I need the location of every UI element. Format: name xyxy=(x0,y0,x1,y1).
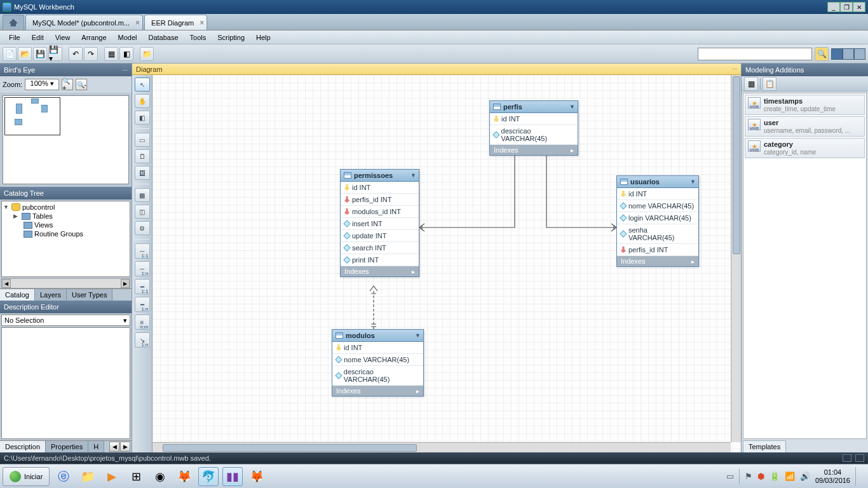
open-file-button[interactable]: 📂 xyxy=(18,47,32,61)
column-row[interactable]: nome VARCHAR(45) xyxy=(617,200,698,212)
align-button[interactable]: ◧ xyxy=(119,47,133,61)
tree-schema[interactable]: ▼pubcontrol xyxy=(3,203,128,212)
menu-file[interactable]: File xyxy=(4,32,25,43)
taskbar-visual-studio[interactable]: ▮▮ xyxy=(222,467,243,486)
addition-item-category[interactable]: ★ categorycategory_id, name xyxy=(745,138,865,158)
relation-1-n-nonid-tool[interactable]: ─1:n xyxy=(135,261,150,276)
tab-nav-right[interactable]: ▶ xyxy=(120,442,130,452)
column-row[interactable]: modulos_id INT xyxy=(341,206,419,218)
canvas[interactable]: perfis▼ id INT descricao VARCHAR(45) Ind… xyxy=(153,75,741,452)
menu-database[interactable]: Database xyxy=(143,32,183,43)
menu-arrange[interactable]: Arrange xyxy=(76,32,111,43)
close-icon[interactable]: × xyxy=(200,18,204,27)
tray-network-icon[interactable]: 📶 xyxy=(785,471,795,481)
tray-flag-icon[interactable]: ⚑ xyxy=(745,471,752,481)
tab-user-types[interactable]: User Types xyxy=(67,289,112,301)
taskbar-chrome[interactable]: ◉ xyxy=(150,467,170,486)
start-button[interactable]: Iniciar xyxy=(3,467,50,486)
column-row[interactable]: id INT xyxy=(341,182,419,194)
column-row[interactable]: descricao VARCHAR(45) xyxy=(490,125,578,145)
tray-clock[interactable]: 01:04 09/03/2016 xyxy=(815,468,850,484)
column-row[interactable]: login VARCHAR(45) xyxy=(617,212,698,224)
taskbar-firefox-1[interactable]: 🦊 xyxy=(174,467,194,486)
entity-perfis[interactable]: perfis▼ id INT descricao VARCHAR(45) Ind… xyxy=(489,100,578,156)
table-tool[interactable]: ▦ xyxy=(135,188,150,202)
taskbar-mysql-workbench[interactable]: 🐬 xyxy=(198,467,219,486)
mode-button-3[interactable] xyxy=(854,48,865,60)
chevron-down-icon[interactable]: ▼ xyxy=(569,104,575,110)
description-target-select[interactable]: No Selection ▾ xyxy=(1,315,130,326)
tab-nav-left[interactable]: ◀ xyxy=(109,442,119,452)
tree-views[interactable]: Views xyxy=(3,220,128,229)
search-button[interactable]: 🔍 xyxy=(815,47,829,61)
taskbar-apps[interactable]: ⊞ xyxy=(126,467,146,486)
column-row[interactable]: senha VARCHAR(45) xyxy=(617,224,698,244)
tab-templates[interactable]: Templates xyxy=(743,440,786,452)
addition-item-user[interactable]: ★ userusername, email, password, ... xyxy=(745,116,865,137)
column-row[interactable]: nome VARCHAR(45) xyxy=(332,354,423,366)
chevron-down-icon[interactable]: ▼ xyxy=(690,179,696,185)
status-icon[interactable] xyxy=(855,454,864,462)
redo-button[interactable]: ↷ xyxy=(84,47,98,61)
status-icon[interactable] xyxy=(843,454,851,462)
relation-1-1-id-tool[interactable]: ━1:1 xyxy=(135,279,150,294)
birds-eye-view[interactable] xyxy=(3,95,129,184)
zoom-in-button[interactable]: 🔍+ xyxy=(62,79,73,90)
scroll-left-arrow[interactable]: ◀ xyxy=(2,279,11,288)
undo-button[interactable]: ↶ xyxy=(69,47,83,61)
relation-1-1-nonid-tool[interactable]: ─1:1 xyxy=(135,243,150,259)
zoom-select[interactable]: 100% ▾ xyxy=(25,79,59,90)
grid-button[interactable]: ▦ xyxy=(104,47,118,61)
close-icon[interactable]: × xyxy=(135,18,140,27)
tab-description[interactable]: Description xyxy=(0,441,46,452)
relation-n-m-tool[interactable]: ≡n:m xyxy=(135,315,150,330)
new-file-button[interactable]: 📄 xyxy=(3,47,17,61)
save-button[interactable]: 💾 xyxy=(33,47,47,61)
chevron-down-icon[interactable]: ▼ xyxy=(415,332,421,339)
home-tab[interactable] xyxy=(3,15,24,30)
horizontal-scrollbar[interactable] xyxy=(153,442,731,452)
column-row[interactable]: descricao VARCHAR(45) xyxy=(332,366,423,386)
taskbar-explorer[interactable]: 📁 xyxy=(78,467,98,486)
show-desktop-button[interactable] xyxy=(855,467,860,486)
scroll-track[interactable] xyxy=(11,279,121,288)
minimize-button[interactable]: _ xyxy=(827,2,840,12)
entity-footer[interactable]: Indexes▸ xyxy=(332,386,423,396)
panel-menu-icon[interactable]: ⋯ xyxy=(732,66,737,72)
tab-properties[interactable]: Properties xyxy=(46,441,88,452)
export-button[interactable]: 📁 xyxy=(140,47,154,61)
column-row[interactable]: search INT xyxy=(341,242,419,254)
layer-tool[interactable]: ▭ xyxy=(135,133,150,147)
save-as-button[interactable]: 💾▾ xyxy=(48,47,62,61)
taskbar-ie[interactable]: ⓔ xyxy=(53,467,74,486)
tab-history[interactable]: H xyxy=(88,441,104,452)
column-row[interactable]: print INT xyxy=(341,254,419,266)
routine-group-tool[interactable]: ⚙ xyxy=(135,221,150,235)
chevron-down-icon[interactable]: ▼ xyxy=(410,172,416,179)
chevron-right-icon[interactable]: ▶ xyxy=(13,213,20,219)
relation-1-n-pick-tool[interactable]: ↘1:n xyxy=(135,332,150,348)
entity-modulos[interactable]: modulos▼ id INT nome VARCHAR(45) descric… xyxy=(332,329,424,396)
search-input[interactable] xyxy=(698,48,812,60)
addition-new-button[interactable]: ▦ xyxy=(744,77,758,91)
close-button[interactable]: ✕ xyxy=(853,2,865,12)
scroll-right-arrow[interactable]: ▶ xyxy=(121,279,130,288)
pointer-tool[interactable]: ↖ xyxy=(135,78,150,92)
eraser-tool[interactable]: ◧ xyxy=(135,111,150,125)
tray-battery-icon[interactable]: 🔋 xyxy=(770,471,780,481)
column-row[interactable]: insert INT xyxy=(341,218,419,230)
zoom-out-button[interactable]: 🔍- xyxy=(76,79,87,90)
taskbar-media-player[interactable]: ▶ xyxy=(102,467,122,486)
restore-button[interactable]: ❐ xyxy=(840,2,853,12)
tray-shield-icon[interactable]: ⬢ xyxy=(757,471,764,481)
mode-button-2[interactable] xyxy=(843,48,854,60)
image-tool[interactable]: 🖼 xyxy=(135,166,150,180)
hand-tool[interactable]: ✋ xyxy=(135,94,150,108)
scrollbar-thumb[interactable] xyxy=(733,76,740,254)
addition-template-button[interactable]: 📋 xyxy=(763,77,776,91)
entity-permissoes[interactable]: permissoes▼ id INT perfis_id INT modulos… xyxy=(340,169,419,277)
tree-tables[interactable]: ▶Tables xyxy=(3,212,128,220)
column-row[interactable]: id INT xyxy=(332,342,423,354)
column-row[interactable]: perfis_id INT xyxy=(617,244,698,256)
tab-layers[interactable]: Layers xyxy=(35,289,67,301)
